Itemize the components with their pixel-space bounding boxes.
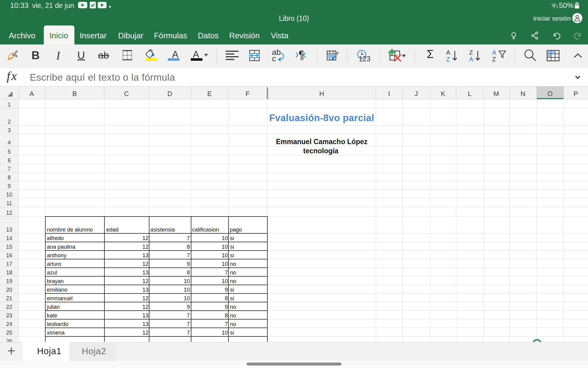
svg-text:A: A	[469, 56, 473, 63]
svg-text:Z: Z	[492, 56, 496, 63]
svg-text:A: A	[446, 49, 450, 56]
svg-text:Z: Z	[446, 56, 450, 63]
svg-text:A: A	[492, 49, 496, 56]
svg-text:Z: Z	[469, 49, 473, 56]
svg-text:123: 123	[359, 55, 371, 63]
